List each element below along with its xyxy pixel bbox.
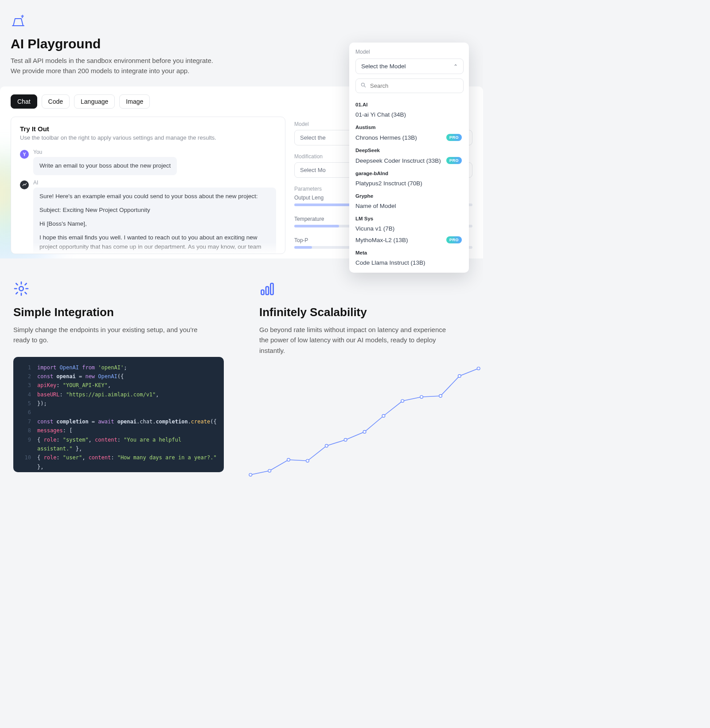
model-provider: LM Sys (355, 216, 462, 221)
tryit-title: Try It Out (20, 125, 276, 133)
svg-point-6 (268, 470, 271, 472)
search-icon (360, 82, 367, 90)
tryit-card: Try It Out Use the toolbar on the right … (11, 117, 285, 254)
code-line: 6 (20, 408, 217, 417)
model-select-panel: Model Select the Model ⌃ 01.AI01-ai Yi C… (349, 43, 469, 273)
svg-point-14 (420, 395, 423, 398)
model-provider: Meta (355, 250, 462, 255)
svg-point-12 (382, 415, 385, 417)
model-search-input[interactable] (370, 82, 459, 89)
tab-code[interactable]: Code (42, 94, 70, 109)
model-provider: Gryphe (355, 193, 462, 199)
code-line: 8 messages: [ (20, 426, 217, 435)
model-search-box[interactable] (355, 78, 464, 93)
model-list[interactable]: 01.AI01-ai Yi Chat (34B)AustismChronos H… (355, 98, 464, 268)
svg-point-17 (477, 367, 480, 370)
ai-message: Sure! Here's an example email you could … (33, 188, 276, 254)
svg-rect-2 (261, 290, 264, 295)
playground-icon (11, 14, 472, 31)
scalability-card: Infinitely Scalability Go beyond rate li… (246, 267, 483, 480)
simple-desc: Simply change the endpoints in your exis… (13, 325, 204, 345)
code-line: 1import OpenAI from 'openAI'; (20, 363, 217, 372)
bars-icon (259, 281, 470, 298)
model-select-placeholder: Select the Model (361, 63, 406, 70)
user-message: Write an email to your boss about the ne… (33, 157, 177, 175)
svg-point-0 (361, 83, 364, 86)
pro-badge: PRO (446, 236, 462, 243)
avatar-ai (20, 180, 29, 189)
avatar-you: Y (20, 150, 29, 159)
gear-icon (13, 281, 224, 298)
scal-title: Infinitely Scalability (259, 305, 470, 319)
simple-integration-card: Simple Integration Simply change the end… (0, 267, 237, 480)
model-option[interactable]: Code Llama Instruct (13B) (355, 257, 462, 268)
svg-point-16 (458, 375, 461, 377)
code-line: 9 { role: "system", content: "You are a … (20, 435, 217, 454)
model-option[interactable]: Chronos Hermes (13B)PRO (355, 132, 462, 143)
svg-point-5 (249, 474, 252, 476)
model-option[interactable]: MythoMax-L2 (13B)PRO (355, 234, 462, 246)
tab-language[interactable]: Language (74, 94, 115, 109)
tab-image[interactable]: Image (119, 94, 150, 109)
svg-point-1 (19, 286, 23, 291)
svg-rect-3 (266, 287, 269, 295)
model-panel-label: Model (355, 49, 464, 55)
model-provider: 01.AI (355, 102, 462, 107)
code-line: 10 { role: "user", content: "How many da… (20, 453, 217, 471)
code-line: 2const openai = new OpenAI({ (20, 372, 217, 381)
chevron-up-icon: ⌃ (453, 63, 458, 70)
tryit-subtitle: Use the toolbar on the right to apply va… (20, 134, 276, 141)
model-provider: Austism (355, 125, 462, 130)
code-line: 3 apiKey: "YOUR_API-KEY", (20, 381, 217, 390)
svg-point-8 (306, 459, 309, 462)
scal-desc: Go beyond rate limits without impact on … (259, 325, 450, 356)
svg-point-7 (287, 458, 290, 461)
svg-point-11 (363, 431, 366, 433)
model-provider: DeepSeek (355, 148, 462, 153)
code-line: 11 ], (20, 471, 217, 472)
sender-ai-label: AI (33, 180, 276, 186)
model-select-head[interactable]: Select the Model ⌃ (355, 59, 464, 74)
code-line: 4 baseURL: "https://api.aimlapi.com/v1", (20, 390, 217, 399)
code-sample: 1import OpenAI from 'openAI';2const open… (13, 357, 224, 472)
model-option[interactable]: Deepseek Coder Insctruct (33B)PRO (355, 155, 462, 166)
svg-point-15 (439, 395, 442, 397)
tab-chat[interactable]: Chat (11, 94, 37, 109)
simple-title: Simple Integration (13, 305, 224, 319)
pro-badge: PRO (446, 157, 462, 164)
svg-point-9 (325, 444, 328, 447)
model-option[interactable]: 01-ai Yi Chat (34B) (355, 109, 462, 120)
scalability-chart (246, 352, 483, 480)
model-option[interactable]: Vicuna v1 (7B) (355, 223, 462, 234)
pro-badge: PRO (446, 134, 462, 141)
sender-you-label: You (33, 149, 276, 155)
model-option[interactable]: Name of Model (355, 200, 462, 211)
svg-point-10 (344, 438, 347, 441)
code-line: 5}); (20, 399, 217, 408)
hero-section: AI Playground Test all API models in the… (0, 0, 483, 86)
svg-point-13 (401, 399, 404, 402)
code-line: 7const completion = await openai.chat.co… (20, 417, 217, 426)
svg-rect-4 (271, 283, 273, 295)
model-option[interactable]: Platypus2 Insctruct (70B) (355, 178, 462, 189)
model-provider: garage-bAInd (355, 171, 462, 176)
